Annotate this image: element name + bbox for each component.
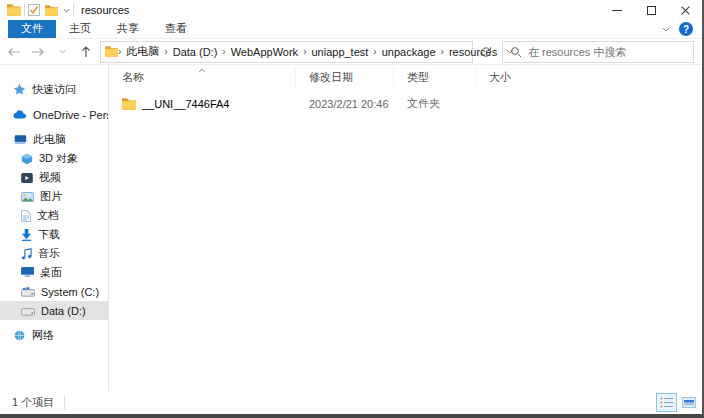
window-title: resources: [81, 4, 129, 16]
address-bar[interactable]: › 此电脑 › Data (D:) › WebAppWork › uniapp_…: [100, 41, 473, 63]
breadcrumb-this-pc[interactable]: 此电脑: [121, 44, 164, 59]
sidebar-item-3d-objects[interactable]: 3D 对象: [0, 149, 108, 168]
column-header-label: 大小: [489, 70, 511, 85]
window-controls: [600, 0, 702, 20]
sidebar-item-label: 3D 对象: [39, 151, 78, 166]
forward-button[interactable]: [26, 41, 50, 63]
file-date-cell: 2023/2/21 20:46: [296, 98, 394, 110]
details-view-icon: [660, 397, 673, 408]
drive-icon: [21, 306, 35, 316]
sidebar-item-label: 下载: [38, 227, 60, 242]
file-type-cell: 文件夹: [394, 96, 476, 111]
column-header-date-modified[interactable]: 修改日期: [296, 68, 394, 87]
titlebar-separator: [24, 4, 25, 16]
properties-checkbox-icon[interactable]: [28, 4, 40, 16]
item-count: 1 个项目: [12, 395, 54, 410]
tab-share[interactable]: 共享: [104, 20, 152, 38]
tab-home[interactable]: 主页: [56, 20, 104, 38]
content-area: 快速访问 OneDrive - Persona 此电脑 3D 对象: [0, 65, 702, 391]
view-toggle-buttons: [656, 393, 699, 412]
breadcrumb-webappwork[interactable]: WebAppWork: [226, 46, 303, 58]
refresh-button[interactable]: [474, 41, 498, 63]
download-icon: [21, 229, 32, 241]
sidebar-item-label: 网络: [32, 328, 54, 343]
sidebar-item-system-c[interactable]: System (C:): [0, 282, 108, 301]
sidebar-item-videos[interactable]: 视频: [0, 168, 108, 187]
tab-file[interactable]: 文件: [8, 20, 56, 38]
sidebar-item-label: Data (D:): [41, 305, 86, 317]
column-header-label: 名称: [122, 70, 144, 85]
column-header-name[interactable]: 名称: [109, 68, 296, 87]
titlebar-separator: [73, 4, 74, 16]
sidebar-item-onedrive[interactable]: OneDrive - Persona: [0, 105, 108, 124]
quick-access-toolbar: [28, 4, 70, 16]
sidebar-item-label: 此电脑: [33, 132, 66, 147]
document-icon: [21, 210, 31, 222]
help-icon[interactable]: ?: [679, 22, 693, 36]
back-button[interactable]: [2, 41, 26, 63]
file-explorer-window: resources 文件 主页 共享 查看 ?: [0, 0, 704, 418]
address-folder-icon: [105, 46, 118, 57]
breadcrumb-data-d[interactable]: Data (D:): [168, 46, 223, 58]
sort-ascending-icon: [198, 68, 206, 72]
sidebar-item-pictures[interactable]: 图片: [0, 187, 108, 206]
breadcrumb-uniapp-test[interactable]: uniapp_test: [306, 46, 373, 58]
close-icon: [680, 5, 691, 16]
new-folder-icon[interactable]: [45, 5, 58, 16]
maximize-icon: [647, 6, 656, 15]
recent-locations-chevron-icon[interactable]: [50, 41, 74, 63]
close-button[interactable]: [668, 0, 702, 20]
sidebar-item-music[interactable]: 音乐: [0, 244, 108, 263]
sidebar-item-label: 文档: [37, 208, 59, 223]
status-bar: 1 个项目: [0, 391, 702, 414]
details-view-button[interactable]: [656, 393, 677, 412]
sidebar-item-label: 快速访问: [32, 82, 76, 97]
search-box[interactable]: [502, 41, 694, 63]
sidebar-item-desktop[interactable]: 桌面: [0, 263, 108, 282]
column-header-size[interactable]: 大小: [476, 68, 538, 87]
column-header-label: 类型: [407, 70, 429, 85]
network-icon: [13, 330, 26, 341]
statusbar-separator: [64, 396, 65, 410]
minimize-button[interactable]: [600, 0, 634, 20]
sidebar-item-label: 图片: [40, 189, 62, 204]
sidebar-item-label: 桌面: [40, 265, 62, 280]
file-name: __UNI__7446FA4: [142, 98, 229, 110]
cube-icon: [21, 153, 33, 165]
window-folder-icon: [7, 4, 21, 16]
large-icons-view-button[interactable]: [678, 393, 699, 412]
desktop-icon: [21, 267, 34, 278]
folder-icon: [122, 98, 136, 110]
sidebar-item-network[interactable]: 网络: [0, 326, 108, 345]
ribbon-tab-bar: 文件 主页 共享 查看 ?: [0, 20, 702, 39]
video-icon: [21, 173, 33, 183]
maximize-button[interactable]: [634, 0, 668, 20]
ribbon-right-controls: ?: [662, 20, 702, 38]
sidebar-item-data-d[interactable]: Data (D:): [0, 301, 108, 320]
sidebar-item-downloads[interactable]: 下载: [0, 225, 108, 244]
title-bar: resources: [0, 0, 702, 20]
large-icons-view-icon: [682, 397, 696, 408]
column-header-label: 修改日期: [309, 70, 353, 85]
search-input[interactable]: [528, 46, 686, 58]
breadcrumb-unpackage[interactable]: unpackage: [377, 46, 441, 58]
sidebar-item-this-pc[interactable]: 此电脑: [0, 130, 108, 149]
sidebar-item-documents[interactable]: 文档: [0, 206, 108, 225]
windows-drive-icon: [21, 287, 35, 297]
customize-toolbar-chevron-icon[interactable]: [63, 8, 70, 13]
navigation-pane: 快速访问 OneDrive - Persona 此电脑 3D 对象: [0, 65, 108, 391]
tab-view[interactable]: 查看: [152, 20, 200, 38]
music-icon: [21, 248, 32, 260]
up-button[interactable]: [74, 41, 98, 63]
picture-icon: [21, 192, 34, 202]
sidebar-item-label: OneDrive - Persona: [33, 109, 108, 121]
file-name-cell: __UNI__7446FA4: [109, 98, 296, 110]
sidebar-item-label: 音乐: [38, 246, 60, 261]
column-header-type[interactable]: 类型: [394, 68, 476, 87]
file-row-uni-folder[interactable]: __UNI__7446FA4 2023/2/21 20:46 文件夹: [109, 94, 702, 113]
computer-icon: [13, 134, 27, 145]
expand-ribbon-chevron-icon[interactable]: [662, 27, 670, 32]
sidebar-item-quick-access[interactable]: 快速访问: [0, 80, 108, 99]
star-icon: [13, 83, 26, 96]
cloud-icon: [13, 110, 27, 119]
